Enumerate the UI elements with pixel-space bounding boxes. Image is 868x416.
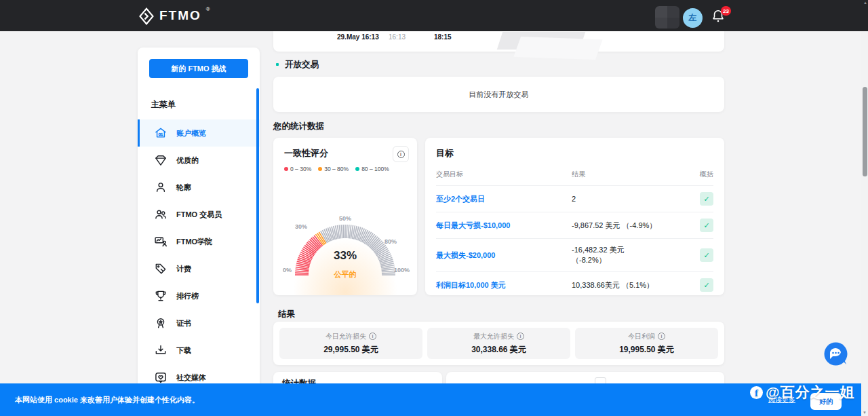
trade-open-time: 29.May 16:13 xyxy=(337,33,379,41)
chat-bubble-icon xyxy=(823,341,848,366)
consistency-info-button[interactable] xyxy=(393,146,409,162)
consistency-gauge: 0% 30% 50% 80% 100% 33% 公平的 xyxy=(273,218,417,295)
result-stat-tile: 今日允许损失 29,995.50 美元 xyxy=(279,328,422,359)
top-header-bar: FTMO ® 左 23 xyxy=(0,0,868,31)
sidebar-item[interactable]: 01 账户概览 xyxy=(138,119,260,147)
logo-registered-mark: ® xyxy=(206,6,210,12)
sidebar-item-icon xyxy=(154,343,167,357)
check-icon xyxy=(700,219,713,232)
legend-dot-icon xyxy=(284,167,288,171)
stats-section-heading: 您的统计数据 xyxy=(273,121,324,132)
sidebar-item[interactable]: 优质的 xyxy=(138,147,260,174)
consistency-legend: 0 – 30% 30 – 80% 80 – 100% xyxy=(284,166,406,172)
sidebar-scrollbar[interactable] xyxy=(256,88,259,303)
apps-grid-icon[interactable] xyxy=(655,6,679,29)
objective-goal-link[interactable]: 至少2个交易日 xyxy=(436,194,572,204)
sidebar-item-label: FTMO学院 xyxy=(176,237,212,247)
result-stat-label-text: 今日允许损失 xyxy=(326,332,366,341)
sidebar-item-label: 社交媒体 xyxy=(176,373,206,383)
consistency-score-card: 一致性评分 0 – 30% 30 – 80% 80 – 100% 0% 30% … xyxy=(273,138,417,295)
result-stat-tile: 最大允许损失 30,338.66 美元 xyxy=(427,328,570,359)
open-trades-empty-message: 目前没有开放交易 xyxy=(469,90,529,100)
objective-result-line1: 10,338.66美元 （5.1%） xyxy=(572,280,696,290)
legend-label: 80 – 100% xyxy=(361,166,389,172)
scrollbar-thumb[interactable] xyxy=(863,87,867,176)
sidebar-item-icon xyxy=(154,208,167,221)
objective-row: 利润目标10,000 美元 10,338.66美元 （5.1%） xyxy=(436,271,713,298)
results-card: 今日允许损失 29,995.50 美元 最大允许损失 30,338.66 美元 … xyxy=(273,322,724,365)
objective-result: 10,338.66美元 （5.1%） xyxy=(572,280,696,290)
sidebar-item[interactable]: 排行榜 xyxy=(138,282,260,309)
legend-item: 80 – 100% xyxy=(355,166,389,172)
sidebar-item-icon xyxy=(154,235,167,248)
result-stat-value: 30,338.66 美元 xyxy=(471,344,526,356)
ftmo-logo[interactable]: FTMO ® xyxy=(138,7,210,25)
objective-goal-link[interactable]: 最大损失-$20,000 xyxy=(436,250,572,261)
check-icon xyxy=(700,248,713,262)
gauge-tick-30: 30% xyxy=(295,223,307,230)
notifications-button[interactable]: 23 xyxy=(711,9,727,25)
gauge-tick-80: 80% xyxy=(384,238,397,245)
cookie-banner: 本网站使用 cookie 来改善用户体验并创建个性化内容。 阅读更多 好的 xyxy=(0,383,861,416)
result-stat-value: 29,995.50 美元 xyxy=(323,344,378,356)
objectives-table-header: 交易目标 结果 概括 xyxy=(436,159,713,185)
scrollbar-down-arrow[interactable]: ▼ xyxy=(863,411,867,415)
avatar[interactable]: 左 xyxy=(683,8,703,28)
open-trades-card: 目前没有开放交易 xyxy=(273,77,724,112)
sidebar-item[interactable]: 计费 xyxy=(138,255,260,282)
sidebar-item-label: FTMO 交易员 xyxy=(176,210,222,220)
chat-widget-button[interactable] xyxy=(823,341,848,366)
objective-result: 2 xyxy=(572,194,696,204)
sidebar-item-icon xyxy=(154,181,167,194)
ftmo-diamond-icon xyxy=(138,7,155,25)
tooltip-ghost-shape-2 xyxy=(513,37,602,60)
sidebar-item-icon xyxy=(154,153,167,167)
result-stat-label: 今日允许损失 xyxy=(326,332,376,341)
check-icon xyxy=(700,192,713,206)
column-header-summary: 概括 xyxy=(696,170,713,179)
column-header-goal: 交易目标 xyxy=(436,170,572,179)
sidebar-item-icon xyxy=(154,316,167,330)
sidebar-item-label: 账户概览 xyxy=(176,128,206,138)
sidebar: 新的 FTMO 挑战 主菜单 01 账户概览 优质的 轮廓 FTMO 交易员 xyxy=(138,48,260,416)
legend-label: 30 – 80% xyxy=(324,166,349,172)
sidebar-item-label: 下载 xyxy=(176,345,191,356)
sidebar-item[interactable]: FTMO 交易员 xyxy=(138,201,260,228)
sidebar-item[interactable]: 证书 xyxy=(138,309,260,337)
sidebar-item-icon xyxy=(154,262,167,276)
objective-result: -16,482.32 美元 （-8.2%） xyxy=(572,245,696,265)
results-heading: 结果 xyxy=(278,309,295,320)
sidebar-item-label: 排行榜 xyxy=(176,291,199,301)
sidebar-item-icon: 01 xyxy=(154,126,167,140)
check-icon xyxy=(700,278,713,292)
open-trades-heading: 开放交易 xyxy=(276,59,319,71)
objective-row: 每日最大亏损-$10,000 -9,867.52 美元 （-4.9%） xyxy=(436,212,713,238)
result-stat-label: 今日利润 xyxy=(628,332,665,341)
scrollbar-up-arrow[interactable]: ▲ xyxy=(863,1,867,5)
objective-goal-link[interactable]: 每日最大亏损-$10,000 xyxy=(436,221,572,231)
info-icon[interactable] xyxy=(658,333,665,340)
sidebar-item-icon xyxy=(154,289,167,303)
cookie-accept-button[interactable]: 好的 xyxy=(810,393,842,410)
sidebar-item[interactable]: 轮廓 xyxy=(138,174,260,201)
teal-bullet-icon xyxy=(276,63,279,66)
sidebar-item[interactable]: FTMO学院 xyxy=(138,228,260,255)
cookie-read-more-link[interactable]: 阅读更多 xyxy=(768,395,795,404)
page-scrollbar[interactable]: ▼ xyxy=(861,31,868,416)
result-stat-label-text: 今日利润 xyxy=(628,332,655,341)
info-icon[interactable] xyxy=(369,333,376,340)
legend-item: 0 – 30% xyxy=(284,166,311,172)
sidebar-item[interactable]: 下载 xyxy=(138,337,260,364)
new-challenge-button[interactable]: 新的 FTMO 挑战 xyxy=(149,59,248,78)
trade-time-3: 18:15 xyxy=(434,33,452,41)
result-stat-label-text: 最大允许损失 xyxy=(473,332,514,341)
objectives-card: 目标 交易目标 结果 概括 至少2个交易日 2 每日最大亏损-$10,000 -… xyxy=(425,138,724,295)
svg-text:01: 01 xyxy=(159,132,163,136)
info-icon[interactable] xyxy=(517,333,524,340)
trade-time-2: 16:13 xyxy=(389,33,406,41)
objective-goal-link[interactable]: 利润目标10,000 美元 xyxy=(436,280,572,290)
gauge-rating-label: 公平的 xyxy=(273,269,417,280)
result-stat-tile: 今日利润 19,995.50 美元 xyxy=(575,328,718,359)
objective-result: -9,867.52 美元 （-4.9%） xyxy=(572,221,696,231)
sidebar-item-label: 优质的 xyxy=(176,155,199,166)
